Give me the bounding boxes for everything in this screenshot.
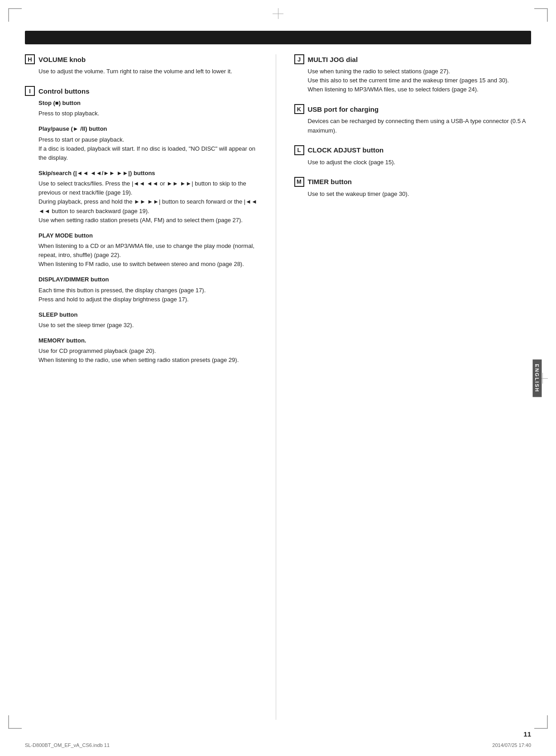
corner-mark-tl xyxy=(8,8,22,22)
subsection-playmode: PLAY MODE button When listening to a CD … xyxy=(38,231,262,269)
section-K-header: K USB port for charging xyxy=(294,104,532,114)
footer: SL-D800BT_OM_EF_vA_CS6.indb 11 2014/07/2… xyxy=(25,742,531,748)
subsection-sleep: SLEEP button Use to set the sleep timer … xyxy=(38,310,262,330)
right-column: J MULTI JOG dial Use when tuning the rad… xyxy=(276,54,532,720)
crosshair-top xyxy=(273,8,283,19)
section-I-body: Stop (■) button Press to stop playback. … xyxy=(25,99,262,365)
playpause-button-body: Press to start or pause playback.If a di… xyxy=(38,135,262,162)
memory-button-body: Use for CD programmed playback (page 20)… xyxy=(38,347,262,365)
section-J-title: MULTI JOG dial xyxy=(308,56,358,63)
page-number: 11 xyxy=(523,730,531,738)
section-J-body: Use when tuning the radio to select stat… xyxy=(294,67,532,94)
playmode-button-body: When listening to a CD or an MP3/WMA fil… xyxy=(38,242,262,269)
section-J: J MULTI JOG dial Use when tuning the rad… xyxy=(294,54,532,94)
section-M-badge: M xyxy=(294,177,304,187)
section-L-badge: L xyxy=(294,145,304,155)
stop-button-title: Stop (■) button xyxy=(38,99,262,108)
section-K-body: Devices can be recharged by connecting t… xyxy=(294,117,532,135)
sleep-button-title: SLEEP button xyxy=(38,310,262,319)
corner-mark-br xyxy=(534,715,548,729)
section-J-header: J MULTI JOG dial xyxy=(294,54,532,64)
section-L-body: Use to adjust the clock (page 15). xyxy=(294,158,532,167)
section-H-badge: H xyxy=(25,54,35,64)
section-M-header: M TIMER button xyxy=(294,177,532,187)
stop-button-body: Press to stop playback. xyxy=(38,109,262,118)
display-button-body: Each time this button is pressed, the di… xyxy=(38,286,262,304)
section-H: H VOLUME knob Use to adjust the volume. … xyxy=(25,54,262,76)
corner-mark-bl xyxy=(8,715,22,729)
sleep-button-body: Use to set the sleep timer (page 32). xyxy=(38,321,262,330)
english-sidebar-label: ENGLISH xyxy=(533,359,542,397)
subsection-stop: Stop (■) button Press to stop playback. xyxy=(38,99,262,118)
corner-mark-tr xyxy=(534,8,548,22)
section-K-title: USB port for charging xyxy=(308,105,379,113)
subsection-skip: Skip/search (|◄◄ ◄◄/►► ►►|) buttons Use … xyxy=(38,169,262,225)
section-H-title: VOLUME knob xyxy=(38,56,86,63)
skip-button-title: Skip/search (|◄◄ ◄◄/►► ►►|) buttons xyxy=(38,169,262,178)
section-L: L CLOCK ADJUST button Use to adjust the … xyxy=(294,145,532,167)
section-M: M TIMER button Use to set the wakeup tim… xyxy=(294,177,532,199)
left-column: H VOLUME knob Use to adjust the volume. … xyxy=(25,54,276,720)
section-I: I Control buttons Stop (■) button Press … xyxy=(25,86,262,365)
section-L-title: CLOCK ADJUST button xyxy=(308,146,384,154)
section-H-body: Use to adjust the volume. Turn right to … xyxy=(25,67,262,76)
playmode-button-title: PLAY MODE button xyxy=(38,231,262,240)
section-I-badge: I xyxy=(25,86,35,96)
display-button-title: DISPLAY/DIMMER button xyxy=(38,275,262,284)
main-content: H VOLUME knob Use to adjust the volume. … xyxy=(25,54,531,720)
skip-button-body: Use to select tracks/files. Press the |◄… xyxy=(38,179,262,225)
footer-left: SL-D800BT_OM_EF_vA_CS6.indb 11 xyxy=(25,742,110,748)
section-L-header: L CLOCK ADJUST button xyxy=(294,145,532,155)
section-H-header: H VOLUME knob xyxy=(25,54,262,64)
subsection-playpause: Play/pause (► /II) button Press to start… xyxy=(38,124,262,162)
footer-right: 2014/07/25 17:40 xyxy=(492,742,531,748)
section-M-body: Use to set the wakeup timer (page 30). xyxy=(294,190,532,199)
section-K: K USB port for charging Devices can be r… xyxy=(294,104,532,135)
section-I-header: I Control buttons xyxy=(25,86,262,96)
section-K-badge: K xyxy=(294,104,304,114)
section-M-title: TIMER button xyxy=(308,178,352,185)
section-I-title: Control buttons xyxy=(38,87,89,95)
header-bar xyxy=(25,31,531,44)
playpause-button-title: Play/pause (► /II) button xyxy=(38,124,262,133)
subsection-display: DISPLAY/DIMMER button Each time this but… xyxy=(38,275,262,304)
section-J-badge: J xyxy=(294,54,304,64)
memory-button-title: MEMORY button. xyxy=(38,336,262,345)
subsection-memory: MEMORY button. Use for CD programmed pla… xyxy=(38,336,262,365)
